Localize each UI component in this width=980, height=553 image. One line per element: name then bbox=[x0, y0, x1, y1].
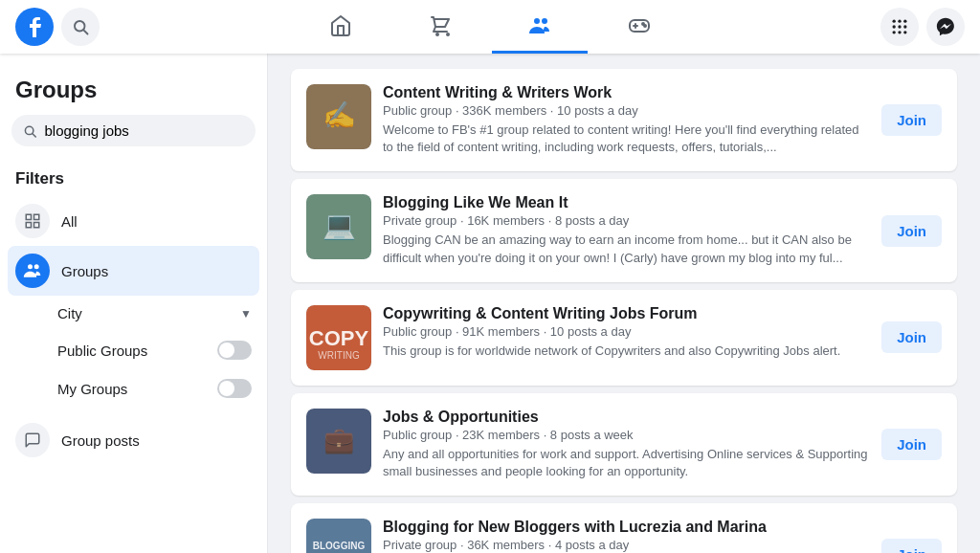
group-description: Any and all opportunities for work and s… bbox=[383, 446, 870, 480]
svg-point-3 bbox=[436, 33, 438, 35]
city-chevron-icon: ▼ bbox=[240, 307, 252, 321]
svg-text:COPY: COPY bbox=[309, 326, 369, 350]
svg-point-18 bbox=[903, 31, 906, 33]
sub-filters: City ▼ Public Groups My Groups bbox=[8, 296, 259, 415]
group-card: COPYWRITING Copywriting & Content Writin… bbox=[291, 290, 957, 386]
svg-point-16 bbox=[893, 31, 896, 33]
group-image: COPYWRITING bbox=[306, 305, 371, 370]
filter-group-posts[interactable]: Group posts bbox=[8, 415, 259, 465]
search-bar[interactable] bbox=[11, 115, 256, 146]
group-name: Blogging for New Bloggers with Lucrezia … bbox=[383, 519, 870, 536]
results-list: ✍ Content Writing & Writers Work Public … bbox=[291, 69, 957, 553]
group-name: Copywriting & Content Writing Jobs Forum bbox=[383, 305, 870, 322]
svg-line-2 bbox=[83, 30, 87, 33]
group-name: Content Writing & Writers Work bbox=[383, 84, 870, 101]
nav-center bbox=[293, 0, 687, 54]
svg-point-4 bbox=[447, 33, 449, 35]
public-groups-filter[interactable]: Public Groups bbox=[57, 331, 252, 369]
my-groups-label: My Groups bbox=[57, 381, 127, 397]
join-button[interactable]: Join bbox=[881, 429, 942, 460]
group-info: Blogging Like We Mean It Private group ·… bbox=[383, 194, 870, 266]
join-button[interactable]: Join bbox=[881, 539, 942, 553]
svg-rect-22 bbox=[34, 214, 39, 219]
filters-label: Filters bbox=[8, 162, 259, 196]
group-meta: Public group · 91K members · 10 posts a … bbox=[383, 324, 870, 339]
group-image: BLOGGINGNEWBLOG bbox=[306, 519, 371, 553]
nav-tab-groups[interactable] bbox=[492, 0, 588, 54]
join-button[interactable]: Join bbox=[881, 215, 942, 247]
svg-point-12 bbox=[903, 20, 906, 23]
group-card: 💻 Blogging Like We Mean It Private group… bbox=[291, 179, 957, 281]
svg-point-14 bbox=[898, 25, 901, 28]
group-meta: Public group · 23K members · 8 posts a w… bbox=[383, 428, 870, 442]
group-description: Welcome to FB's #1 group related to cont… bbox=[383, 122, 870, 156]
group-info: Jobs & Opportunities Public group · 23K … bbox=[383, 409, 870, 480]
group-name: Jobs & Opportunities bbox=[383, 409, 870, 426]
group-posts-label: Group posts bbox=[61, 432, 140, 449]
filter-all[interactable]: All bbox=[8, 196, 259, 246]
messenger-button[interactable] bbox=[926, 8, 965, 46]
join-button[interactable]: Join bbox=[881, 321, 942, 353]
svg-rect-23 bbox=[26, 223, 31, 228]
group-card: 💼 Jobs & Opportunities Public group · 23… bbox=[291, 393, 957, 496]
sidebar: Groups Filters All bbox=[0, 54, 268, 553]
svg-point-10 bbox=[893, 20, 896, 23]
facebook-logo[interactable] bbox=[15, 8, 54, 46]
search-input[interactable] bbox=[44, 122, 244, 139]
svg-text:BLOGGING: BLOGGING bbox=[313, 541, 366, 551]
nav-tab-marketplace[interactable] bbox=[392, 0, 488, 54]
svg-point-17 bbox=[898, 31, 901, 33]
svg-point-6 bbox=[542, 18, 547, 24]
public-groups-label: Public Groups bbox=[57, 343, 147, 359]
group-description: Blogging CAN be an amazing way to earn a… bbox=[383, 232, 870, 266]
group-meta: Private group · 16K members · 8 posts a … bbox=[383, 213, 870, 228]
svg-point-26 bbox=[34, 264, 39, 269]
svg-rect-24 bbox=[34, 223, 39, 228]
group-name: Blogging Like We Mean It bbox=[383, 194, 870, 211]
join-button[interactable]: Join bbox=[881, 104, 942, 136]
svg-text:WRITING: WRITING bbox=[318, 350, 360, 361]
group-info: Copywriting & Content Writing Jobs Forum… bbox=[383, 305, 870, 360]
svg-text:✍: ✍ bbox=[323, 100, 356, 131]
layout: Groups Filters All bbox=[0, 54, 980, 553]
nav-tab-home[interactable] bbox=[293, 0, 389, 54]
nav-tab-gaming[interactable] bbox=[591, 0, 687, 54]
search-button[interactable] bbox=[61, 8, 100, 46]
svg-point-15 bbox=[903, 25, 906, 28]
svg-point-11 bbox=[898, 20, 901, 23]
all-filter-icon bbox=[15, 204, 50, 238]
city-filter[interactable]: City ▼ bbox=[57, 296, 252, 331]
svg-text:💻: 💻 bbox=[323, 210, 356, 241]
main-content: ✍ Content Writing & Writers Work Public … bbox=[268, 54, 980, 553]
filter-all-label: All bbox=[61, 213, 78, 230]
group-description: This group is for worldwide network of C… bbox=[383, 343, 870, 360]
groups-filter-icon bbox=[15, 254, 50, 288]
group-card: ✍ Content Writing & Writers Work Public … bbox=[291, 69, 957, 171]
nav-right bbox=[880, 8, 965, 46]
my-groups-toggle[interactable] bbox=[217, 379, 252, 398]
svg-point-25 bbox=[28, 264, 33, 269]
sidebar-title: Groups bbox=[8, 69, 259, 115]
svg-point-13 bbox=[893, 25, 896, 28]
svg-rect-21 bbox=[26, 214, 31, 219]
public-groups-toggle[interactable] bbox=[217, 341, 252, 360]
group-posts-icon bbox=[15, 423, 50, 457]
group-image: 💼 bbox=[306, 409, 371, 474]
svg-line-20 bbox=[33, 133, 35, 136]
group-image: ✍ bbox=[306, 84, 371, 149]
search-icon bbox=[23, 123, 36, 139]
group-info: Blogging for New Bloggers with Lucrezia … bbox=[383, 519, 870, 553]
filter-groups[interactable]: Groups bbox=[8, 246, 259, 296]
group-card: BLOGGINGNEWBLOG Blogging for New Blogger… bbox=[291, 503, 957, 553]
group-meta: Private group · 36K members · 4 posts a … bbox=[383, 538, 870, 552]
group-meta: Public group · 336K members · 10 posts a… bbox=[383, 103, 870, 118]
svg-point-9 bbox=[644, 25, 646, 27]
top-nav bbox=[0, 0, 980, 54]
filter-groups-label: Groups bbox=[61, 263, 108, 279]
my-groups-filter[interactable]: My Groups bbox=[57, 369, 252, 408]
apps-button[interactable] bbox=[880, 8, 919, 46]
group-info: Content Writing & Writers Work Public gr… bbox=[383, 84, 870, 156]
city-label: City bbox=[57, 305, 82, 321]
svg-text:💼: 💼 bbox=[323, 425, 355, 455]
group-image: 💻 bbox=[306, 194, 371, 259]
